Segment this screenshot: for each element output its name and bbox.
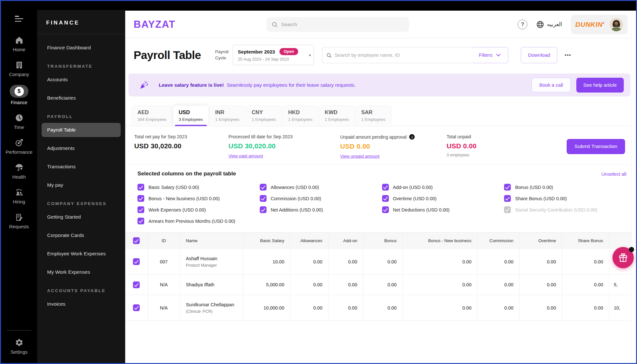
- info-icon[interactable]: i: [409, 134, 415, 140]
- checkbox-checked-icon[interactable]: [260, 184, 267, 191]
- sidebar-nav: Finance Dashboard TRANSFERMATE Accounts …: [37, 34, 125, 322]
- row-checkbox[interactable]: [133, 281, 140, 288]
- row-checkbox[interactable]: [133, 258, 140, 265]
- book-call-button[interactable]: Book a call: [531, 78, 571, 92]
- col-header-commission[interactable]: Commission: [478, 232, 520, 249]
- checkbox-commission[interactable]: Commission (USD 0.00): [260, 195, 382, 202]
- checkbox-checked-icon[interactable]: [504, 195, 511, 202]
- checkbox-disabled-icon: [504, 206, 511, 213]
- col-header-allowances[interactable]: Allowances: [290, 232, 329, 249]
- checkbox-checked-icon[interactable]: [137, 206, 144, 213]
- select-all-checkbox[interactable]: [133, 237, 140, 244]
- col-header-share-bonus[interactable]: Share Bonus: [562, 232, 609, 249]
- account-chip[interactable]: DUNKIN': [571, 15, 628, 34]
- table-row[interactable]: N/A Shadiya Iffath 5,000.00 0.00 0.00 0.…: [125, 275, 632, 295]
- col-header-name[interactable]: Name: [180, 232, 243, 249]
- tab-kwd[interactable]: KWD1 Employees: [319, 105, 355, 126]
- checkbox-bonus-new-business[interactable]: Bonus - New business (USD 0.00): [137, 195, 260, 202]
- checkbox-checked-icon[interactable]: [137, 184, 144, 191]
- menu-icon[interactable]: [15, 16, 23, 22]
- col-header-basic-salary[interactable]: Basic Salary: [243, 232, 290, 249]
- checkbox-overtime[interactable]: Overtime (USD 0.00): [382, 195, 504, 202]
- checkbox-checked-icon[interactable]: [137, 195, 144, 202]
- checkbox-checked-icon[interactable]: [260, 195, 267, 202]
- sidebar-item-adjustments[interactable]: Adjustments: [42, 141, 121, 155]
- col-header-add-on[interactable]: Add-on: [329, 232, 363, 249]
- tab-usd[interactable]: USD3 Employees: [173, 105, 209, 126]
- checkbox-arrears-previous-months[interactable]: Arrears from Previous Months (USD 0.00): [137, 218, 260, 224]
- topbar: BAYZAT ? العربيه DUNKIN': [125, 11, 636, 38]
- sidebar-item-beneficiaries[interactable]: Beneficiaries: [42, 91, 121, 105]
- feature-banner: Leave salary feature is live! Seamlessly…: [128, 74, 630, 96]
- checkbox-bonus[interactable]: Bonus (USD 0.00): [504, 184, 626, 191]
- checkbox-checked-icon[interactable]: [137, 218, 144, 224]
- checkbox-basic-salary[interactable]: Basic Salary (USD 0.00): [137, 184, 260, 191]
- rail-item-company[interactable]: Company: [1, 60, 37, 77]
- col-header-bonus-new-business[interactable]: Bonus - New business: [403, 232, 478, 249]
- row-checkbox[interactable]: [133, 304, 140, 311]
- checkbox-net-deductions[interactable]: Net Deductions (USD 0.00): [382, 206, 504, 213]
- filters-button[interactable]: Filters: [472, 47, 508, 63]
- sidebar-item-invoices[interactable]: Invoices: [42, 297, 121, 311]
- sidebar-item-corporate-cards[interactable]: Corporate Cards: [42, 228, 121, 242]
- checkbox-allowances[interactable]: Allowances (USD 0.00): [260, 184, 382, 191]
- rail-item-requests[interactable]: Requests: [1, 212, 37, 229]
- sidebar-item-payroll-table[interactable]: Payroll Table: [42, 123, 121, 137]
- checkbox-share-bonus[interactable]: Share Bonus (USD 0.00): [504, 195, 626, 202]
- sidebar-item-my-work-expenses[interactable]: My Work Expenses: [42, 265, 121, 279]
- view-unpaid-amount-link[interactable]: View unpaid amount: [340, 154, 447, 159]
- payroll-table: ID Name Basic Salary Allowances Add-on B…: [125, 232, 632, 321]
- employee-search-input[interactable]: [322, 47, 472, 63]
- rail-item-time[interactable]: Time: [1, 113, 37, 130]
- checkbox-checked-icon[interactable]: [260, 206, 267, 213]
- global-search[interactable]: [267, 17, 409, 32]
- help-article-button[interactable]: See help article: [576, 78, 624, 93]
- avatar[interactable]: [610, 18, 623, 31]
- sidebar-item-accounts[interactable]: Accounts: [42, 73, 121, 87]
- checkbox-checked-icon[interactable]: [504, 184, 511, 191]
- rail-item-home[interactable]: Home: [1, 35, 37, 52]
- checkbox-work-expenses[interactable]: Work Expenses (USD 0.00): [137, 206, 260, 213]
- tab-aed[interactable]: AED394 Employees: [132, 105, 172, 126]
- tab-inr[interactable]: INR1 Employees: [209, 105, 245, 126]
- col-header-id[interactable]: ID: [148, 232, 180, 249]
- checkbox-checked-icon[interactable]: [382, 184, 389, 191]
- checkbox-net-additions[interactable]: Net Additions (USD 0.00): [260, 206, 382, 213]
- checkbox-checked-icon[interactable]: [382, 195, 389, 202]
- columns-col-2: Allowances (USD 0.00) Commission (USD 0.…: [260, 184, 382, 224]
- rail-item-finance[interactable]: $ Finance: [1, 85, 37, 105]
- tab-hkd[interactable]: HKD1 Employees: [282, 105, 318, 126]
- col-header-bonus[interactable]: Bonus: [363, 232, 403, 249]
- cycle-date-range: 25 Aug 2023 - 24 Sep 2023: [238, 57, 305, 62]
- checkbox-add-on[interactable]: Add-on (USD 0.00): [382, 184, 504, 191]
- sidebar-item-finance-dashboard[interactable]: Finance Dashboard: [42, 41, 121, 55]
- sidebar-item-my-pay[interactable]: My pay: [42, 178, 121, 192]
- scrollbar[interactable]: [632, 11, 636, 363]
- submit-transaction-button[interactable]: Submit Transaction: [567, 139, 625, 154]
- tab-sar[interactable]: SAR1 Employees: [355, 105, 391, 126]
- unselect-all-link[interactable]: Unselect all: [601, 171, 626, 177]
- rewards-fab-button[interactable]: [612, 247, 634, 268]
- rail-item-health[interactable]: Health: [1, 162, 37, 180]
- summary-processed: Processed till date for Sep 2023 USD 30,…: [228, 134, 340, 158]
- rail-item-performance[interactable]: Performance: [1, 138, 37, 155]
- payroll-cycle-select[interactable]: September 2023 Open 25 Aug 2023 - 24 Sep…: [233, 45, 314, 65]
- help-icon[interactable]: ?: [518, 20, 527, 29]
- notification-dot: [629, 247, 634, 252]
- checkbox-checked-icon[interactable]: [382, 206, 389, 213]
- sidebar-item-getting-started[interactable]: Getting Started: [42, 210, 121, 224]
- bayzat-logo[interactable]: BAYZAT: [134, 19, 176, 30]
- language-switcher[interactable]: العربيه: [536, 20, 562, 29]
- col-header-overtime[interactable]: Overtime: [520, 232, 562, 249]
- download-button[interactable]: Download: [521, 47, 557, 63]
- tab-cny[interactable]: CNY1 Employees: [246, 105, 282, 126]
- sidebar-item-employee-work-expenses[interactable]: Employee Work Expenses: [42, 247, 121, 261]
- rail-item-hiring[interactable]: Hiring: [1, 187, 37, 204]
- view-paid-amount-link[interactable]: View paid amount: [228, 153, 340, 158]
- sidebar-item-transactions[interactable]: Transactions: [42, 160, 121, 174]
- table-row[interactable]: N/A Sunilkumar Chellappan(Clinical- PCR)…: [125, 295, 632, 321]
- table-row[interactable]: 007 Ashaff HussainProduct Manager 10.00 …: [125, 249, 632, 275]
- more-options-icon[interactable]: •••: [565, 52, 571, 58]
- rail-item-settings[interactable]: Settings: [1, 338, 37, 355]
- global-search-input[interactable]: [281, 22, 404, 27]
